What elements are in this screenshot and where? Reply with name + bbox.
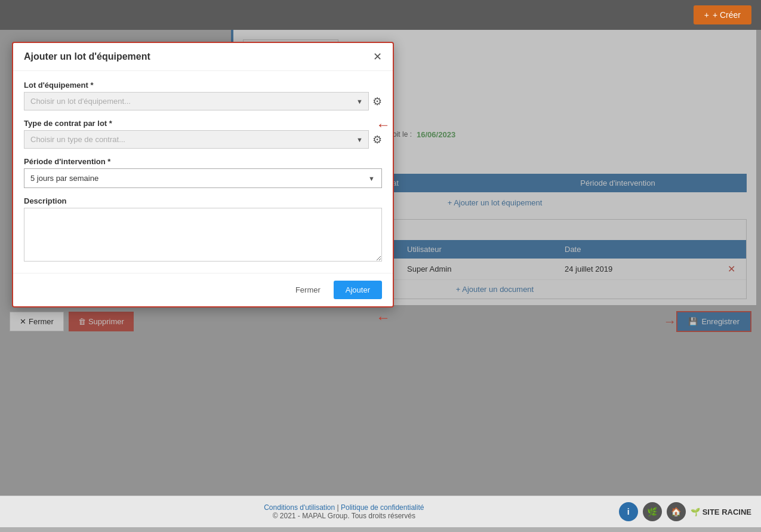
site-racine-label: SITE RACINE: [703, 508, 751, 516]
modal-ajouter-button[interactable]: Ajouter: [334, 281, 382, 299]
modal-fermer-button[interactable]: Fermer: [288, 282, 328, 298]
modal-ajouter-label: Ajouter: [346, 285, 370, 294]
contrat-label: Type de contrat par lot *: [24, 119, 382, 128]
period-select[interactable]: 5 jours par semaine: [24, 168, 382, 188]
modal-footer: Fermer Ajouter: [13, 273, 393, 306]
period-select-wrapper: 5 jours par semaine: [24, 168, 382, 188]
arrow-left-indicator: ←: [376, 116, 390, 133]
lot-select[interactable]: Choisir un lot d'équipement...: [24, 92, 369, 110]
lot-label: Lot d'équipement *: [24, 81, 382, 90]
create-button[interactable]: + + Créer: [694, 5, 751, 24]
politique-link[interactable]: Politique de confidentialité: [341, 503, 424, 512]
arrow-left-indicator-2: ←: [376, 309, 390, 326]
modal-header: Ajouter un lot d'équipement ✕: [13, 43, 393, 71]
contrat-select-wrapper: Choisir un type de contrat...: [24, 130, 369, 149]
info-icon-button[interactable]: i: [619, 502, 638, 521]
tree-icon: 🌱: [691, 508, 700, 516]
create-label: + Créer: [713, 10, 741, 20]
modal-fermer-label: Fermer: [295, 285, 321, 294]
description-label: Description: [24, 196, 382, 205]
period-label: Période d'intervention *: [24, 157, 382, 166]
conditions-link[interactable]: Conditions d'utilisation: [264, 503, 335, 512]
modal-body: Lot d'équipement * Choisir un lot d'équi…: [13, 71, 393, 273]
footer-links: Conditions d'utilisation | Politique de …: [264, 503, 424, 520]
leaf-icon-button[interactable]: 🌿: [643, 502, 662, 521]
modal-close-button[interactable]: ✕: [373, 50, 382, 63]
lot-select-wrapper: Choisir un lot d'équipement...: [24, 92, 369, 110]
site-racine-area: 🌱 SITE RACINE: [691, 508, 751, 516]
plus-icon: +: [704, 10, 709, 20]
contrat-input-row: Choisir un type de contrat... ⚙: [24, 130, 382, 149]
modal-overlay: ← ← Ajouter un lot d'équipement ✕ Lot d'…: [0, 30, 761, 496]
home-icon-button[interactable]: 🏠: [667, 502, 686, 521]
modal-title: Ajouter un lot d'équipement: [24, 51, 150, 62]
footer-copyright: © 2021 - MAPAL Group. Tous droits réserv…: [273, 512, 415, 520]
description-textarea[interactable]: [24, 208, 382, 262]
footer-right: i 🌿 🏠 🌱 SITE RACINE: [619, 502, 751, 521]
lot-input-row: Choisir un lot d'équipement... ⚙: [24, 92, 382, 110]
footer: Conditions d'utilisation | Politique de …: [0, 496, 761, 527]
main-wrapper: année(s) 01/07/2023 ✕ Jour(s) avant l'éc…: [0, 30, 761, 496]
contrat-select[interactable]: Choisir un type de contrat...: [24, 130, 369, 149]
top-bar: + + Créer: [0, 0, 761, 30]
modal-dialog: Ajouter un lot d'équipement ✕ Lot d'équi…: [12, 42, 394, 307]
lot-gear-button[interactable]: ⚙: [372, 95, 382, 108]
contrat-gear-button[interactable]: ⚙: [372, 133, 382, 146]
